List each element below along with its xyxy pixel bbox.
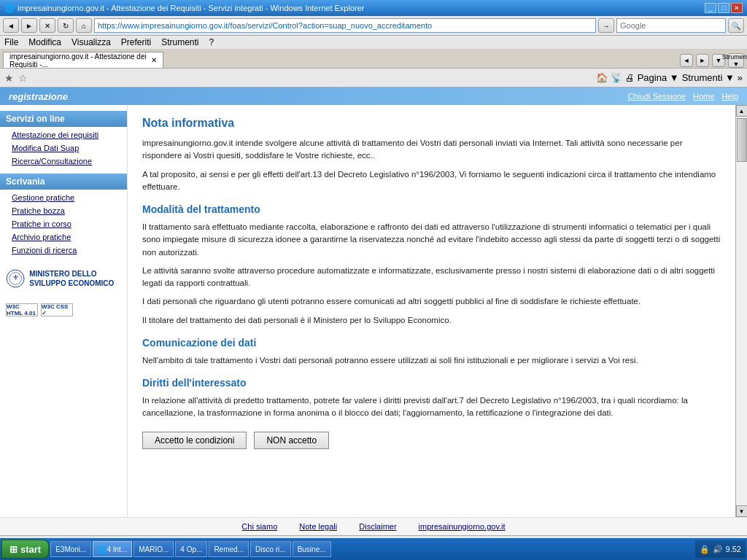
page-strip-title: registrazione	[9, 91, 68, 102]
menu-file[interactable]: File	[4, 37, 18, 47]
search-button[interactable]: 🔍	[728, 18, 744, 33]
taskbar-label-int: 4 Int...	[107, 545, 127, 553]
menu-bar: File Modifica Visualizza Preferiti Strum…	[0, 36, 747, 50]
footer-link-site[interactable]: impresainungiorno.gov.it	[419, 522, 506, 531]
link-help[interactable]: Help	[721, 92, 738, 101]
menu-visualizza[interactable]: Visualizza	[71, 37, 111, 47]
go-button[interactable]: →	[598, 18, 614, 33]
menu-help[interactable]: ?	[209, 37, 214, 47]
rss-icon[interactable]: 📡	[611, 72, 622, 83]
footer-links: Chi siamo Note legali Disclaimer impresa…	[0, 517, 747, 535]
system-tray: 🔒 🔊 9.52	[695, 540, 746, 558]
browser-toolbar: ◄ ► ✕ ↻ ⌂ https://www.impresainungiorno.…	[0, 16, 747, 36]
tray-icon-1: 🔒	[700, 545, 710, 554]
tab-label: impresainungiorno.gov.it - Attestazione …	[9, 52, 147, 69]
action-buttons: Accetto le condizioni NON accetto	[142, 432, 721, 449]
browser-icon: 🌐	[4, 4, 15, 13]
taskbar-label-remed: Remed...	[214, 545, 244, 553]
add-favorite-icon[interactable]: ★	[4, 72, 14, 84]
sidebar-item-ricerca[interactable]: Ricerca/Consultazione	[0, 155, 127, 168]
refresh-button[interactable]: ↻	[58, 18, 74, 33]
w3c-badges: W3C HTML 4.01 W3C CSS ✓	[0, 300, 127, 319]
minimize-button[interactable]: _	[705, 3, 716, 13]
accept-button[interactable]: Accetto le condizioni	[142, 432, 247, 449]
favorites-icon[interactable]: ☆	[18, 72, 28, 84]
taskbar-label-e3moni: E3Moni...	[55, 545, 86, 553]
tools-menu[interactable]: Strumenti ▼	[682, 72, 735, 83]
sidebar-item-gestione[interactable]: Gestione pratiche	[0, 191, 127, 204]
sidebar-section-scrivania: Scrivania	[0, 174, 127, 190]
sidebar-section-servizi: Servizi on line	[0, 111, 127, 127]
tool-icons: 🏠 📡 🖨 Pagina ▼ Strumenti ▼ »	[596, 72, 743, 83]
content-and-scrollbar: Nota informativa impresainungiorno.gov.i…	[128, 105, 747, 517]
w3c-html-badge: W3C HTML 4.01	[6, 303, 38, 316]
menu-strumenti[interactable]: Strumenti	[161, 37, 198, 47]
footer-link-note-legali[interactable]: Note legali	[299, 522, 337, 531]
tray-icon-2: 🔊	[713, 545, 723, 554]
intro-text-1: impresainungiorno.gov.it intende svolger…	[142, 137, 721, 163]
page-header-strip: registrazione Chiudi Sessione Home Help	[0, 88, 747, 105]
top-right-links: Chiudi Sessione Home Help	[628, 92, 738, 101]
back-button[interactable]: ◄	[3, 18, 19, 33]
tab-scroll-left[interactable]: ◄	[680, 54, 693, 67]
tab-close-icon[interactable]: ✕	[151, 56, 157, 64]
w3c-css-badge: W3C CSS ✓	[41, 303, 73, 316]
scroll-down-arrow[interactable]: ▼	[736, 505, 748, 517]
taskbar-label-op: 4 Op...	[180, 545, 202, 553]
taskbar-item-e3moni[interactable]: E3Moni...	[50, 541, 91, 557]
section3-text: Nell'ambito di tale trattamento i Vostri…	[142, 354, 721, 367]
forward-button[interactable]: ►	[21, 18, 37, 33]
main-content: Nota informativa impresainungiorno.gov.i…	[128, 105, 735, 517]
page-menu[interactable]: Pagina ▼	[638, 72, 679, 83]
taskbar-item-disco[interactable]: Disco ri...	[250, 541, 291, 557]
taskbar-item-op[interactable]: 4 Op...	[175, 541, 207, 557]
section2-text1: Il trattamento sarà effettuato mediante …	[142, 221, 721, 259]
tab-scroll-right[interactable]: ►	[696, 54, 709, 67]
maximize-button[interactable]: □	[718, 3, 729, 13]
taskbar-label-disco: Disco ri...	[255, 545, 286, 553]
tab-bar: impresainungiorno.gov.it - Attestazione …	[0, 50, 747, 69]
footer-link-chi-siamo[interactable]: Chi siamo	[241, 522, 277, 531]
sidebar-item-funzioni[interactable]: Funzioni di ricerca	[0, 244, 127, 257]
sidebar-item-archivio[interactable]: Archivio pratiche	[0, 230, 127, 244]
extend-icon[interactable]: »	[738, 72, 743, 83]
start-label: start	[20, 544, 41, 555]
section3-title: Comunicazione dei dati	[142, 337, 721, 349]
link-chiudi-sessione[interactable]: Chiudi Sessione	[628, 92, 686, 101]
print-icon[interactable]: 🖨	[625, 72, 635, 83]
taskbar-item-mario[interactable]: MARIO...	[133, 541, 174, 557]
title-bar: 🌐 impresainungiorno.gov.it - Attestazion…	[0, 0, 747, 16]
taskbar: ⊞ start E3Moni... 🌐 4 Int... MARIO... 4 …	[0, 538, 747, 560]
link-home[interactable]: Home	[693, 92, 714, 101]
close-button[interactable]: ✕	[731, 3, 743, 13]
home-button[interactable]: ⌂	[76, 18, 92, 33]
window-title: impresainungiorno.gov.it - Attestazione …	[18, 4, 364, 12]
scroll-thumb[interactable]	[737, 118, 747, 162]
stop-button[interactable]: ✕	[39, 18, 55, 33]
home-icon[interactable]: 🏠	[596, 72, 608, 83]
menu-modifica[interactable]: Modifica	[28, 37, 61, 47]
scrollbar[interactable]: ▲ ▼	[735, 105, 747, 517]
taskbar-item-remed[interactable]: Remed...	[209, 541, 249, 557]
search-input[interactable]	[616, 18, 726, 33]
tray-time: 9.52	[726, 545, 741, 553]
section4-text: In relazione all'attività di predetto tr…	[142, 394, 721, 420]
taskbar-item-int[interactable]: 🌐 4 Int...	[93, 541, 132, 557]
menu-preferiti[interactable]: Preferiti	[121, 37, 151, 47]
sidebar-item-modifica[interactable]: Modifica Dati Suap	[0, 141, 127, 155]
address-bar[interactable]: https://www.impresainungiorno.gov.it/foa…	[94, 18, 596, 33]
scroll-up-arrow[interactable]: ▲	[736, 105, 748, 117]
intro-text-2: A tal proposito, ai sensi e per gli effe…	[142, 168, 721, 194]
page-content-wrapper: Servizi on line Attestazione dei requisi…	[0, 105, 747, 517]
sidebar-item-attestazione[interactable]: Attestazione dei requisiti	[0, 128, 127, 141]
start-button[interactable]: ⊞ start	[1, 540, 49, 559]
tools-button[interactable]: Strumenti ▼	[728, 53, 744, 68]
tab-main[interactable]: impresainungiorno.gov.it - Attestazione …	[3, 52, 163, 68]
main-title: Nota informativa	[142, 117, 721, 130]
sidebar-item-pratiche-corso[interactable]: Pratiche in corso	[0, 217, 127, 230]
page-area: registrazione Chiudi Sessione Home Help …	[0, 88, 747, 535]
reject-button[interactable]: NON accetto	[254, 432, 329, 449]
footer-link-disclaimer[interactable]: Disclaimer	[359, 522, 396, 531]
taskbar-item-busine[interactable]: Busine...	[293, 541, 331, 557]
sidebar-item-pratiche-bozza[interactable]: Pratiche bozza	[0, 204, 127, 217]
